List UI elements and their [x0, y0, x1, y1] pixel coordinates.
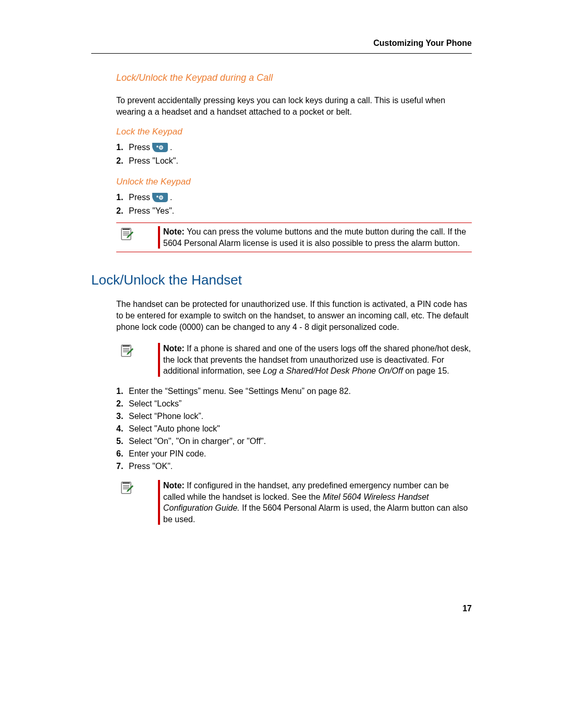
note-rule [158, 226, 160, 249]
svg-rect-2 [121, 228, 131, 240]
step-text: Press "Lock". [129, 156, 178, 166]
list-item: 5.Select "On", "On in charger", or "Off"… [116, 435, 472, 448]
procedure-list: 1.Enter the “Settings” menu. See “Settin… [91, 385, 472, 473]
note-icon [116, 343, 137, 377]
procedure-list: 1. Press *⚙ . 2. Press "Lock". [91, 140, 472, 167]
note-box: Note: If a phone is shared and one of th… [116, 340, 472, 380]
note-body: You can press the volume buttons and the… [163, 227, 466, 248]
note-icon [116, 226, 137, 249]
step-number: 3. [116, 412, 129, 421]
list-item: 1.Enter the “Settings” menu. See “Settin… [116, 385, 472, 398]
note-body: on page 15. [403, 366, 449, 375]
step-number: 5. [116, 437, 129, 446]
note-box: Note: If configured in the handset, any … [116, 477, 472, 528]
list-item: 7.Press "OK". [116, 460, 472, 473]
list-item: 2. Press "Yes". [116, 205, 472, 217]
note-lead: Note: [163, 227, 187, 236]
step-text: . [170, 143, 172, 152]
heading-unlock-keypad: Unlock the Keypad [91, 177, 472, 187]
step-text: Press [129, 143, 150, 152]
heading-lock-unlock-keypad-call: Lock/Unlock the Keypad during a Call [91, 72, 472, 83]
step-number: 1. [116, 143, 129, 152]
note-rule [158, 480, 160, 525]
svg-rect-6 [121, 345, 131, 356]
step-number: 7. [116, 462, 129, 471]
list-item: 4.Select "Auto phone lock" [116, 423, 472, 435]
step-text: Press "Yes". [129, 206, 174, 216]
page-number: 17 [462, 604, 472, 613]
star-key-icon: *⚙ [151, 142, 169, 153]
step-text: Select “Locks” [129, 399, 181, 409]
step-text: Press "OK". [129, 462, 173, 471]
list-item: 1. Press *⚙ . [116, 190, 472, 205]
procedure-list: 1. Press *⚙ . 2. Press "Yes". [91, 190, 472, 217]
note-box: Note: You can press the volume buttons a… [116, 223, 472, 252]
step-number: 4. [116, 424, 129, 434]
svg-text:*⚙: *⚙ [156, 144, 164, 151]
heading-lock-unlock-handset: Lock/Unlock the Handset [91, 272, 472, 288]
step-text: . [170, 193, 172, 202]
list-item: 6.Enter your PIN code. [116, 448, 472, 460]
heading-lock-keypad: Lock the Keypad [91, 127, 472, 137]
step-text: Enter the “Settings” menu. See “Settings… [129, 387, 351, 396]
note-lead: Note: [163, 344, 187, 353]
list-item: 2.Select “Locks” [116, 398, 472, 410]
list-item: 2. Press "Lock". [116, 155, 472, 167]
step-text: Enter your PIN code. [129, 449, 206, 459]
svg-text:*⚙: *⚙ [156, 194, 164, 201]
note-text: Note: You can press the volume buttons a… [163, 226, 472, 249]
step-text: Select "On", "On in charger", or "Off". [129, 437, 266, 446]
svg-rect-10 [121, 482, 131, 493]
page: Customizing Your Phone Lock/Unlock the K… [0, 0, 563, 728]
note-text: Note: If configured in the handset, any … [163, 480, 472, 525]
running-head: Customizing Your Phone [91, 39, 472, 54]
step-text: Press [129, 193, 150, 202]
step-text: Select "Auto phone lock" [129, 424, 220, 434]
step-number: 2. [116, 156, 129, 166]
step-number: 2. [116, 399, 129, 409]
paragraph: To prevent accidentally pressing keys yo… [91, 95, 472, 117]
note-lead: Note: [163, 481, 187, 490]
star-key-icon: *⚙ [151, 192, 169, 203]
step-text: Select “Phone lock”. [129, 412, 203, 421]
paragraph: The handset can be protected for unautho… [91, 299, 472, 332]
step-number: 2. [116, 206, 129, 216]
list-item: 3.Select “Phone lock”. [116, 410, 472, 423]
step-number: 1. [116, 193, 129, 202]
note-icon [116, 480, 137, 525]
note-text: Note: If a phone is shared and one of th… [163, 343, 472, 377]
step-number: 6. [116, 449, 129, 459]
list-item: 1. Press *⚙ . [116, 140, 472, 155]
note-body-emph: Log a Shared/Hot Desk Phone On/Off [263, 366, 403, 375]
step-number: 1. [116, 387, 129, 396]
note-rule [158, 343, 160, 377]
